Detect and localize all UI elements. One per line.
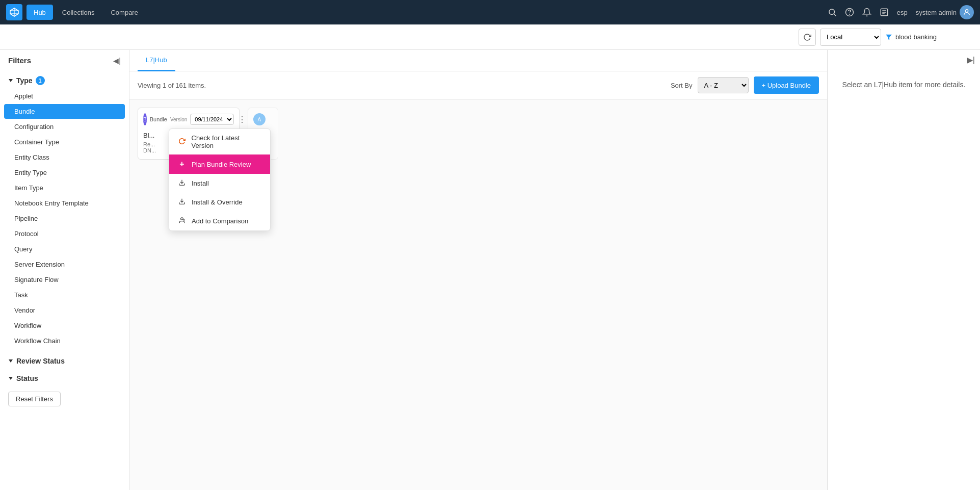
card-header-second: A xyxy=(248,108,278,128)
svg-point-7 xyxy=(849,14,850,14)
filter-item-task[interactable]: Task xyxy=(4,288,125,302)
filter-item-signature-flow[interactable]: Signature Flow xyxy=(4,272,125,287)
filter-area: blood banking xyxy=(885,33,972,41)
filter-item-configuration[interactable]: Configuration xyxy=(4,119,125,134)
item-card-bundle: B Bundle Version 09/11/2024 ⋮ Bl... Re..… xyxy=(138,108,240,160)
sidebar: Filters ◀| Type 1 Applet Bundle Configur… xyxy=(0,50,129,490)
filter-item-container-type[interactable]: Container Type xyxy=(4,135,125,149)
svg-point-4 xyxy=(829,9,835,15)
filter-item-entity-type[interactable]: Entity Type xyxy=(4,165,125,180)
status-chevron-icon xyxy=(8,376,13,381)
svg-marker-14 xyxy=(9,79,13,82)
search-nav-button[interactable] xyxy=(828,8,837,17)
install-label: Install xyxy=(192,179,209,187)
filter-item-workflow[interactable]: Workflow xyxy=(4,318,125,333)
svg-line-5 xyxy=(834,14,836,16)
items-grid: B Bundle Version 09/11/2024 ⋮ Bl... Re..… xyxy=(129,99,827,490)
content-area: L7|Hub Viewing 1 of 161 items. Sort By A… xyxy=(129,50,827,490)
user-name: system admin xyxy=(916,9,957,16)
items-count: Viewing 1 of 161 items. xyxy=(138,82,206,89)
logo[interactable] xyxy=(6,4,22,20)
plan-review-label: Plan Bundle Review xyxy=(192,161,251,168)
sort-label: Sort By xyxy=(671,82,693,89)
card-header: B Bundle Version 09/11/2024 ⋮ xyxy=(138,108,239,128)
review-status-section[interactable]: Review Status xyxy=(0,351,129,368)
add-comparison-icon xyxy=(177,217,187,225)
type-filter-badge: 1 xyxy=(36,76,45,85)
upload-bundle-button[interactable]: + Upload Bundle xyxy=(754,76,819,94)
card-menu-button[interactable]: ⋮ xyxy=(237,115,247,124)
sidebar-header: Filters ◀| xyxy=(0,56,129,71)
install-override-icon xyxy=(177,198,187,207)
filter-item-applet[interactable]: Applet xyxy=(4,89,125,104)
svg-point-19 xyxy=(181,218,183,220)
filter-item-notebook-entry-template[interactable]: Notebook Entry Template xyxy=(4,196,125,211)
filter-item-bundle[interactable]: Bundle xyxy=(4,104,125,119)
plan-review-icon: + xyxy=(177,160,187,169)
install-icon xyxy=(177,179,187,188)
help-nav-button[interactable] xyxy=(845,8,854,17)
top-nav: Hub Collections Compare xyxy=(0,0,980,24)
check-latest-label: Check for Latest Version xyxy=(192,134,262,149)
content-toolbar: Viewing 1 of 161 items. Sort By A - Z Z … xyxy=(129,71,827,99)
detail-panel: ▶| Select an L7|Hub item for more detail… xyxy=(827,50,980,490)
status-section[interactable]: Status xyxy=(0,368,129,385)
card-type-icon: B xyxy=(143,113,147,125)
sidebar-title: Filters xyxy=(8,56,31,65)
main-layout: Filters ◀| Type 1 Applet Bundle Configur… xyxy=(0,50,980,490)
tab-l7hub[interactable]: L7|Hub xyxy=(138,50,175,71)
filter-item-vendor[interactable]: Vendor xyxy=(4,303,125,318)
sort-select[interactable]: A - Z Z - A Newest Oldest xyxy=(698,77,749,93)
dropdown-install[interactable]: Install xyxy=(169,174,270,193)
dropdown-check-latest[interactable]: Check for Latest Version xyxy=(169,129,270,154)
sidebar-collapse-button[interactable]: ◀| xyxy=(113,57,121,65)
hub-nav-button[interactable]: Hub xyxy=(27,5,53,20)
tasks-nav-button[interactable] xyxy=(880,8,889,17)
detail-placeholder: Select an L7|Hub item for more details. xyxy=(836,81,972,89)
dropdown-add-comparison[interactable]: Add to Comparison xyxy=(169,212,270,230)
toolbar-row: Local Remote blood banking xyxy=(0,24,980,50)
user-avatar xyxy=(960,5,974,19)
sort-area: Sort By A - Z Z - A Newest Oldest + Uplo… xyxy=(671,76,819,94)
svg-marker-16 xyxy=(9,377,13,380)
filter-item-protocol[interactable]: Protocol xyxy=(4,226,125,241)
type-section-label: Type xyxy=(16,76,33,85)
review-status-label: Review Status xyxy=(16,357,65,365)
compare-nav-button[interactable]: Compare xyxy=(103,5,145,20)
card-version-label: Version xyxy=(170,117,187,122)
type-filter-section: Type 1 Applet Bundle Configuration Conta… xyxy=(0,71,129,351)
type-section-header[interactable]: Type 1 xyxy=(0,73,129,88)
filter-item-item-type[interactable]: Item Type xyxy=(4,180,125,195)
type-chevron-icon xyxy=(8,78,13,83)
filter-item-pipeline[interactable]: Pipeline xyxy=(4,211,125,226)
notifications-nav-button[interactable] xyxy=(862,8,871,17)
detail-panel-collapse-button[interactable]: ▶| xyxy=(967,55,975,65)
filter-item-entity-class[interactable]: Entity Class xyxy=(4,150,125,165)
card-dropdown-menu: Check for Latest Version + Plan Bundle R… xyxy=(169,128,271,231)
card-version-select[interactable]: 09/11/2024 xyxy=(190,114,234,125)
card-type-label: Bundle xyxy=(150,116,167,122)
card-type-icon-second: A xyxy=(253,113,266,125)
svg-marker-13 xyxy=(886,34,892,40)
collections-nav-button[interactable]: Collections xyxy=(55,5,102,20)
filter-item-workflow-chain[interactable]: Workflow Chain xyxy=(4,333,125,348)
logo-icon xyxy=(6,4,22,20)
filter-icon xyxy=(885,34,892,41)
dropdown-install-override[interactable]: Install & Override xyxy=(169,193,270,212)
review-status-chevron-icon xyxy=(8,358,13,364)
nav-icons: esp system admin xyxy=(828,5,974,19)
filter-item-query[interactable]: Query xyxy=(4,242,125,256)
user-menu[interactable]: system admin xyxy=(916,5,974,19)
filter-item-server-extension[interactable]: Server Extension xyxy=(4,257,125,272)
status-label: Status xyxy=(16,374,38,382)
dropdown-plan-review[interactable]: + Plan Bundle Review xyxy=(169,154,270,174)
location-select[interactable]: Local Remote xyxy=(820,29,881,46)
svg-marker-15 xyxy=(9,359,13,363)
svg-point-12 xyxy=(965,10,968,12)
filter-value: blood banking xyxy=(895,33,972,41)
install-override-label: Install & Override xyxy=(192,198,243,206)
refresh-button[interactable] xyxy=(799,29,816,46)
language-label[interactable]: esp xyxy=(897,9,908,16)
reset-filters-button[interactable]: Reset Filters xyxy=(8,392,61,406)
add-comparison-label: Add to Comparison xyxy=(192,217,248,225)
